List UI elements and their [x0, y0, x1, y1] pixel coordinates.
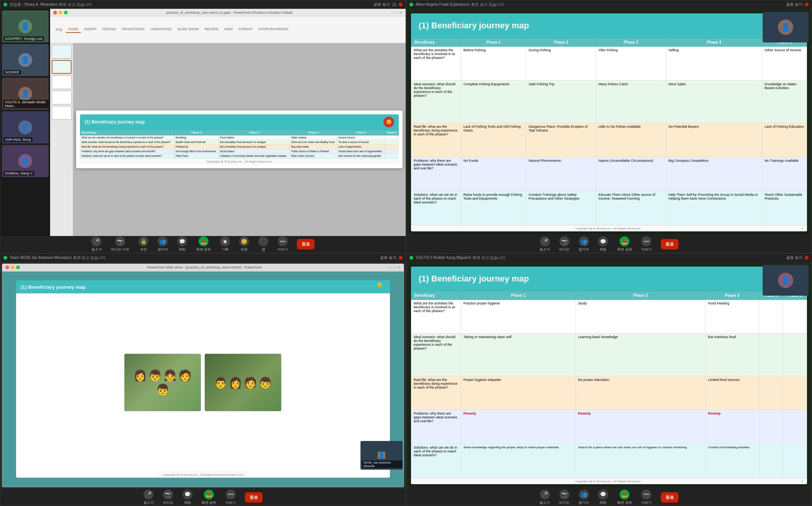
q4-taskbar-share-btn[interactable]: 📤 화면 공유: [617, 490, 632, 505]
q4-video-icon[interactable]: 📷: [559, 490, 569, 499]
q2-share-label[interactable]: 공유 보기: [786, 2, 802, 7]
q2-taskbar-video-btn[interactable]: 📷 비디오: [559, 236, 569, 252]
q3-taskbar-video-btn[interactable]: 📷 비디오: [163, 490, 173, 505]
q3-taskbar-share-btn[interactable]: 📤 화면 공유: [202, 490, 217, 505]
ppt-max-btn[interactable]: [64, 11, 68, 15]
security-icon[interactable]: 🔒: [139, 236, 148, 246]
q4-taskbar-more-btn[interactable]: ••• 더보기: [641, 490, 652, 505]
taskbar-participants-btn[interactable]: 👥 참가자: [158, 236, 168, 252]
taskbar-mic-btn[interactable]: 🎤 음소거: [91, 236, 102, 252]
slide-thumb-5[interactable]: [52, 106, 72, 120]
tab-view[interactable]: VIEW: [222, 26, 235, 33]
slide-avatar: 😊: [383, 117, 394, 127]
q2-more-icon[interactable]: •••: [641, 236, 651, 246]
taskbar-share-btn[interactable]: 📤 화면 공유: [196, 236, 211, 252]
q2-share-icon[interactable]: 📤: [620, 236, 629, 246]
q4-mic-icon[interactable]: 🎤: [540, 490, 550, 499]
q4-share-label[interactable]: 공유 보기: [786, 255, 802, 260]
q3-taskbar-chat-btn[interactable]: 💬 채팅: [183, 490, 192, 505]
taskbar-chat-btn[interactable]: 💬 채팅: [177, 236, 187, 252]
q2-row-2-cell-0: Lack of Fishing Tools and Old Fishing Ge…: [461, 123, 526, 157]
q3-taskbar-mic-btn[interactable]: 🎤 음소거: [143, 490, 154, 505]
more-icon[interactable]: •••: [278, 236, 288, 246]
q2-row-label-1: Ideal scenario: what should do the benef…: [411, 80, 461, 123]
q4-row-1-cell-0: Taking or maintaining clean self: [461, 334, 576, 376]
taskbar-apps-btn[interactable]: ⬛ 앱: [258, 236, 268, 252]
slide-thumb-2[interactable]: [52, 60, 72, 74]
q4-chat-icon[interactable]: 💬: [598, 490, 608, 499]
tab-storyboarding[interactable]: STORYBOARDING: [256, 26, 291, 33]
q4-share-icon[interactable]: 📤: [620, 490, 629, 499]
slide-thumb-1[interactable]: [52, 45, 72, 59]
video-name-5: Dodeline, Mang V.: [3, 171, 34, 176]
q4-participants-icon[interactable]: 👥: [579, 490, 589, 499]
q3-photo-1: 👩 👦 👧 🧑 👦: [124, 354, 201, 411]
q2-chat-icon[interactable]: 💬: [598, 236, 608, 246]
chat-icon[interactable]: 💬: [177, 236, 187, 246]
apps-icon[interactable]: ⬛: [258, 236, 268, 246]
q3-close-btn[interactable]: [5, 265, 9, 269]
taskbar-reactions-btn[interactable]: 😊 반응: [239, 236, 249, 252]
q2-record-dot: [805, 3, 809, 7]
q1-topbar-left: 편집중 - Dhara A. Miranda의 화면 보고 있습니다: [3, 2, 92, 7]
participants-icon[interactable]: 👥: [158, 236, 168, 246]
ppt-close-btn[interactable]: [53, 11, 57, 15]
slide-thumb-3[interactable]: [52, 75, 72, 89]
q2-taskbar-chat-btn[interactable]: 💬 채팅: [598, 236, 608, 252]
share-icon[interactable]: 📤: [199, 236, 209, 246]
q4-taskbar-chat-btn[interactable]: 💬 채팅: [598, 490, 608, 505]
q2-taskbar-more-btn[interactable]: ••• 더보기: [641, 236, 652, 252]
mic-icon[interactable]: 🎤: [91, 236, 101, 246]
q2-video-icon[interactable]: 📷: [559, 236, 569, 246]
ppt-min-btn[interactable]: [59, 11, 62, 15]
tab-home[interactable]: HOME: [66, 26, 81, 33]
video-thumb-1: 👤 GODFREY, Youngju Lee: [2, 10, 49, 42]
q2-participants-icon[interactable]: 👥: [579, 236, 589, 246]
q4-taskbar-video-btn[interactable]: 📷 비디오: [559, 490, 569, 505]
record-icon[interactable]: ⏺: [220, 236, 230, 246]
q3-chat-icon[interactable]: 💬: [183, 490, 192, 499]
q2-topbar-right: 공유 보기: [786, 2, 809, 7]
tab-animations[interactable]: ANIMATIONS: [148, 26, 174, 33]
taskbar-security-btn[interactable]: 🔒 보안: [139, 236, 148, 252]
q4-end-meeting-button[interactable]: 종료: [661, 492, 678, 503]
slide-panel: [50, 43, 73, 236]
q2-taskbar-mic-btn[interactable]: 🎤 음소거: [540, 236, 550, 252]
q3-more-icon[interactable]: •••: [226, 490, 236, 499]
q3-taskbar-more-btn[interactable]: ••• 더보기: [225, 490, 236, 505]
q2-taskbar-participants-btn[interactable]: 👥 참가자: [579, 236, 589, 252]
q3-min-btn[interactable]: [11, 265, 15, 269]
end-meeting-button[interactable]: 종료: [297, 239, 315, 249]
q2-mic-icon[interactable]: 🎤: [540, 236, 550, 246]
q1-share-label[interactable]: 공유 보기: [373, 2, 390, 7]
row-2-cell-0: Polluted Air: [174, 145, 218, 149]
tab-design[interactable]: DESIGN: [100, 26, 118, 33]
q2-taskbar-share-btn[interactable]: 📤 화면 공유: [617, 236, 632, 252]
video-icon[interactable]: 📷: [115, 236, 125, 246]
q2-row-4-cell-1: Conduct Trainings about Safety Precautio…: [526, 191, 596, 225]
tab-transitions[interactable]: TRANSITIONS: [119, 26, 147, 33]
tab-slideshow[interactable]: SLIDE SHOW: [175, 26, 201, 33]
tab-insert[interactable]: INSERT: [82, 26, 99, 33]
q3-mic-icon[interactable]: 🎤: [143, 490, 153, 499]
q3-share-icon[interactable]: 📤: [204, 490, 214, 499]
q3-video-icon[interactable]: 📷: [163, 490, 173, 499]
q3-end-meeting-button[interactable]: 종료: [245, 492, 263, 503]
q2-end-meeting-button[interactable]: 종료: [661, 239, 678, 249]
tab-format[interactable]: FORMAT: [236, 26, 255, 33]
q2-th-phase2: Phase 2: [526, 38, 596, 47]
reactions-icon[interactable]: 😊: [239, 236, 249, 246]
taskbar-video-btn[interactable]: 📷 비디오 시작: [111, 236, 129, 252]
tab-review[interactable]: REVIEW: [202, 26, 221, 33]
q3-share-label[interactable]: 공유 보기: [380, 255, 396, 260]
q4-taskbar-participants-btn[interactable]: 👥 참가자: [579, 490, 589, 505]
tab-file[interactable]: 파일: [53, 26, 65, 33]
taskbar-more-btn[interactable]: ••• 더보기: [277, 236, 288, 252]
slide-thumb-4[interactable]: [52, 91, 72, 104]
q4-taskbar-mic-btn[interactable]: 🎤 음소거: [540, 490, 550, 505]
taskbar-record-btn[interactable]: ⏺ 기록: [220, 236, 230, 252]
q3-max-btn[interactable]: [16, 265, 20, 269]
q4-row-label-4: Solutions: what can we do in each of the…: [411, 444, 461, 478]
q4-more-icon[interactable]: •••: [641, 490, 651, 499]
q3-slideshow-area: (1) Beneficiary journey map 😊 👩 👦 👧 🧑 👦: [2, 272, 404, 487]
